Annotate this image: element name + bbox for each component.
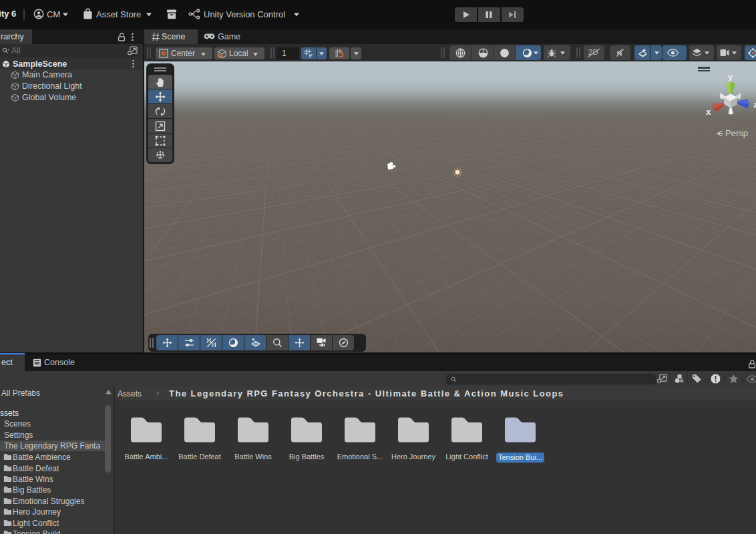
- svg-text:y: y: [728, 71, 733, 81]
- svg-text:z: z: [753, 99, 756, 109]
- svg-text:x: x: [706, 107, 711, 117]
